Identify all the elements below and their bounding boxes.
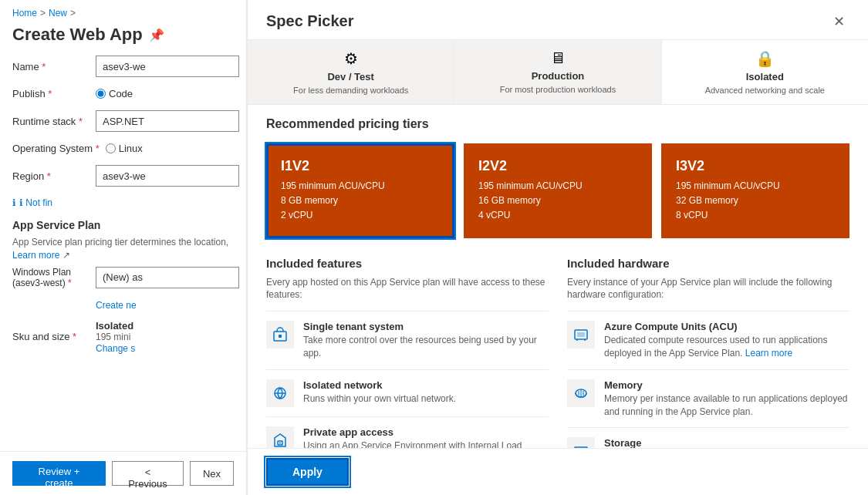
feature-isolated-network-desc: Runs within your own virtual network. — [303, 392, 456, 406]
included-hardware: Included hardware Every instance of your… — [567, 257, 849, 448]
hardware-title: Included hardware — [567, 257, 849, 270]
dev-test-name: Dev / Test — [327, 71, 373, 82]
hw-acu: Azure Compute Units (ACU) Dedicated comp… — [567, 311, 849, 369]
previous-button[interactable]: < Previous — [112, 461, 184, 486]
feature-single-tenant-title: Single tenant system — [303, 321, 549, 332]
private-access-icon — [266, 426, 294, 448]
os-label: Operating System * — [12, 143, 100, 154]
windows-plan-row: Windows Plan (asev3-west) * — [12, 267, 234, 288]
review-create-button[interactable]: Review + create — [12, 461, 106, 486]
hw-acu-title: Azure Compute Units (ACU) — [604, 321, 849, 332]
features-desc: Every app hosted on this App Service pla… — [266, 276, 549, 302]
breadcrumb-home[interactable]: Home — [12, 8, 37, 19]
code-option[interactable]: Code — [96, 88, 133, 99]
linux-radio[interactable] — [106, 143, 116, 153]
acu-icon — [567, 321, 595, 349]
next-button[interactable]: Nex — [190, 461, 234, 486]
single-tenant-icon — [266, 321, 294, 349]
region-row: Region * — [12, 165, 234, 187]
two-col-section: Included features Every app hosted on th… — [266, 257, 849, 448]
close-button[interactable]: ✕ — [829, 13, 849, 30]
production-icon: 🖥 — [550, 49, 566, 67]
spec-picker-title: Spec Picker — [266, 12, 353, 30]
card-i2v2-detail: 195 minimum ACU/vCPU 16 GB memory 4 vCPU — [478, 179, 637, 224]
dev-test-icon: ⚙ — [344, 49, 358, 68]
windows-plan-input[interactable] — [96, 267, 239, 288]
tab-isolated[interactable]: 🔒 Isolated Advanced networking and scale — [662, 40, 868, 104]
code-radio[interactable] — [96, 89, 106, 99]
spec-picker-header: Spec Picker ✕ — [248, 0, 868, 40]
isolated-desc: Advanced networking and scale — [705, 86, 825, 95]
production-name: Production — [532, 70, 585, 82]
breadcrumb-sep2: > — [70, 8, 76, 19]
name-input[interactable] — [96, 56, 239, 77]
spec-content: Recommended pricing tiers I1V2 195 minim… — [248, 105, 868, 448]
name-label: Name * — [12, 61, 90, 72]
card-i3v2-id: I3V2 — [676, 158, 835, 174]
region-label: Region * — [12, 170, 90, 182]
hardware-desc: Every instance of your App Service plan … — [567, 276, 849, 302]
tier-tabs: ⚙ Dev / Test For less demanding workload… — [248, 40, 868, 105]
tab-production[interactable]: 🖥 Production For most production workloa… — [454, 40, 661, 104]
external-link-icon: ↗ — [62, 250, 70, 261]
isolated-name: Isolated — [746, 71, 784, 82]
spec-picker-panel: Spec Picker ✕ ⚙ Dev / Test For less dema… — [247, 0, 868, 495]
dev-test-desc: For less demanding workloads — [293, 86, 408, 95]
feature-isolated-network-title: Isolated network — [303, 379, 456, 391]
isolated-network-icon — [266, 379, 294, 407]
storage-icon — [567, 437, 595, 448]
bottom-bar: Review + create < Previous Nex — [0, 451, 246, 495]
asp-section-title: App Service Plan — [12, 219, 234, 231]
runtime-input[interactable] — [96, 110, 239, 132]
production-desc: For most production workloads — [500, 85, 616, 94]
pricing-card-i2v2[interactable]: I2V2 195 minimum ACU/vCPU 16 GB memory 4… — [464, 143, 652, 238]
windows-plan-label: Windows Plan (asev3-west) * — [12, 267, 90, 288]
hw-storage: Storage 1 TB disk storage shared by all … — [567, 427, 849, 448]
publish-label: Publish * — [12, 88, 90, 99]
sku-change-link[interactable]: Change s — [96, 343, 135, 354]
sku-label: Sku and size * — [12, 331, 90, 342]
svg-rect-6 — [577, 332, 585, 337]
hw-storage-title: Storage — [604, 437, 849, 448]
feature-single-tenant-desc: Take more control over the resources bei… — [303, 334, 549, 360]
page-title-row: Create Web App 📌 — [0, 22, 246, 52]
pricing-cards: I1V2 195 minimum ACU/vCPU 8 GB memory 2 … — [266, 143, 849, 238]
feature-private-access-title: Private app access — [303, 426, 549, 438]
card-i1v2-detail: 195 minimum ACU/vCPU 8 GB memory 2 vCPU — [281, 179, 440, 224]
features-title: Included features — [266, 257, 549, 270]
publish-row: Publish * Code — [12, 88, 234, 99]
create-new-link[interactable]: Create ne — [96, 300, 137, 311]
apply-button[interactable]: Apply — [266, 458, 349, 486]
sku-row: Sku and size * Isolated 195 mini Change … — [12, 320, 234, 354]
feature-single-tenant: Single tenant system Take more control o… — [266, 311, 549, 369]
tab-dev-test[interactable]: ⚙ Dev / Test For less demanding workload… — [248, 40, 454, 104]
sku-title: Isolated — [96, 320, 135, 332]
os-row: Operating System * Linux — [12, 143, 234, 154]
asp-desc: App Service plan pricing tier determines… — [12, 236, 234, 262]
sku-box: Isolated 195 mini Change s — [96, 320, 135, 354]
hw-memory: Memory Memory per instance available to … — [567, 369, 849, 428]
breadcrumb-new[interactable]: New — [49, 8, 67, 19]
breadcrumb: Home > New > — [0, 0, 246, 22]
form-section: Name * Publish * Code Runtime stack * — [0, 52, 246, 451]
included-features: Included features Every app hosted on th… — [266, 257, 549, 448]
svg-rect-1 — [279, 335, 282, 338]
region-input[interactable] — [96, 165, 239, 187]
linux-option[interactable]: Linux — [106, 143, 143, 154]
sku-detail: 195 mini — [96, 332, 135, 342]
pricing-card-i1v2[interactable]: I1V2 195 minimum ACU/vCPU 8 GB memory 2 … — [266, 143, 454, 238]
acu-learn-more-link[interactable]: Learn more — [745, 348, 792, 359]
runtime-label: Runtime stack * — [12, 116, 90, 127]
feature-isolated-network: Isolated network Runs within your own vi… — [266, 369, 549, 416]
spec-bottom-bar: Apply — [248, 448, 868, 495]
pricing-card-i3v2[interactable]: I3V2 195 minimum ACU/vCPU 32 GB memory 8… — [661, 143, 849, 238]
pin-icon[interactable]: 📌 — [149, 28, 164, 42]
create-web-app-panel: Home > New > Create Web App 📌 Name * Pub… — [0, 0, 247, 495]
card-i2v2-id: I2V2 — [478, 158, 637, 174]
publish-options: Code — [96, 88, 133, 99]
hw-acu-desc: Dedicated compute resources used to run … — [604, 334, 849, 360]
not-found-info: ℹ ℹ Not fin — [12, 197, 234, 208]
breadcrumb-sep1: > — [40, 8, 46, 19]
learn-more-link[interactable]: Learn more — [12, 250, 59, 261]
runtime-row: Runtime stack * — [12, 110, 234, 132]
